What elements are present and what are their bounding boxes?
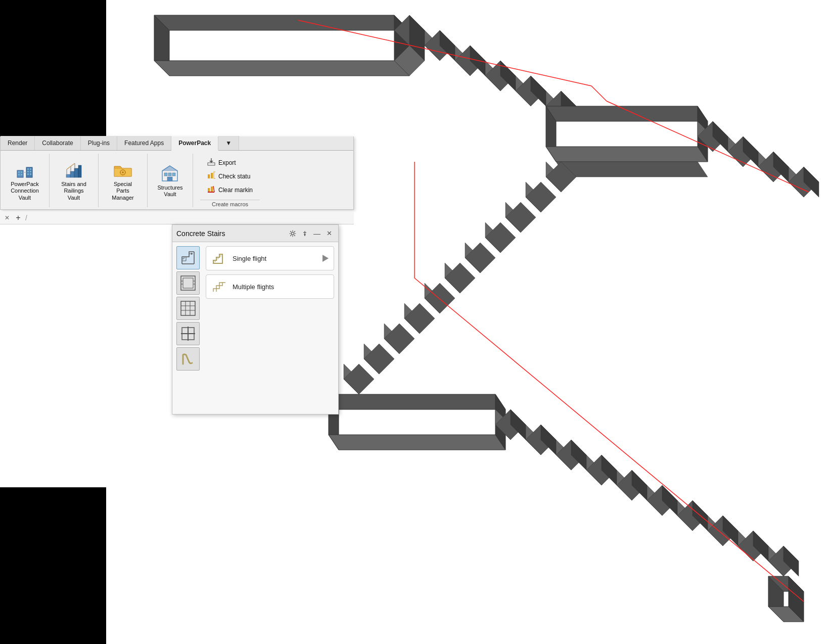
stairs-railings-icon: [64, 160, 84, 180]
svg-rect-106: [21, 171, 22, 173]
ribbon-group-items: PowerPackConnection Vault: [6, 154, 44, 207]
stairs-right-section: [698, 121, 819, 197]
special-parts-manager-button[interactable]: Special PartsManager: [104, 158, 142, 203]
pin-button[interactable]: [300, 228, 310, 239]
minimize-button[interactable]: —: [312, 228, 322, 239]
svg-rect-111: [30, 168, 31, 170]
svg-rect-137: [208, 163, 215, 165]
svg-marker-3: [154, 61, 409, 76]
multiple-flights-option[interactable]: Multiple flights: [206, 274, 334, 299]
stairs-panel-title: Concrete Stairs: [176, 229, 285, 238]
toolbar-close-button[interactable]: ✕: [3, 214, 11, 222]
tab-featured-apps[interactable]: Featured Apps: [117, 136, 171, 150]
ribbon-group-stairs: Stairs and RailingsVault: [50, 154, 99, 207]
svg-point-126: [122, 171, 124, 173]
stairs-panel-header: Concrete Stairs — ✕: [172, 225, 338, 242]
multiple-flights-label: Multiple flights: [233, 283, 274, 291]
railing-detail[interactable]: [176, 322, 200, 345]
minimize-icon: —: [313, 230, 320, 237]
tab-plugins[interactable]: Plug-ins: [81, 136, 117, 150]
svg-marker-132: [162, 166, 177, 171]
tab-expand[interactable]: ▼: [218, 136, 239, 150]
clear-marking-button[interactable]: Clear markin: [205, 184, 255, 196]
concrete-stairs-panel: Concrete Stairs — ✕: [172, 224, 339, 415]
svg-line-146: [213, 186, 214, 192]
svg-marker-0: [154, 15, 409, 30]
tab-collaborate[interactable]: Collaborate: [35, 136, 80, 150]
single-flight-label: Single flight: [233, 255, 266, 262]
check-status-icon: [207, 171, 215, 181]
close-panel-button[interactable]: ✕: [324, 228, 334, 239]
svg-rect-117: [66, 174, 70, 177]
svg-rect-143: [208, 188, 210, 192]
svg-rect-107: [18, 174, 20, 175]
stairs-railings-vault-button[interactable]: Stairs and RailingsVault: [55, 158, 93, 203]
stairs-lower-left: [344, 162, 708, 394]
svg-rect-105: [18, 171, 20, 173]
structures-vault-label: StructuresVault: [157, 185, 182, 198]
stairs-3d-background: [0, 0, 829, 644]
check-status-button[interactable]: Check statu: [205, 170, 255, 182]
svg-rect-115: [30, 173, 31, 175]
ribbon-content: PowerPackConnection Vault: [1, 151, 353, 209]
stairs-options-main: Single flight Multiple flights: [206, 246, 334, 410]
stair-plan-view-1[interactable]: [176, 246, 200, 269]
export-icon: [207, 158, 215, 167]
ribbon-group-special-parts: Special PartsManager: [99, 154, 148, 207]
clear-marking-label: Clear markin: [218, 187, 253, 194]
ribbon-group-items-special: Special PartsManager: [104, 154, 142, 207]
svg-marker-139: [209, 161, 213, 163]
black-corner-tl: [0, 0, 106, 147]
stairs-panel-body: Single flight Multiple flights: [172, 242, 338, 414]
export-button[interactable]: Export: [205, 157, 255, 168]
powerpack-connection-vault-button[interactable]: PowerPackConnection Vault: [6, 158, 44, 203]
svg-rect-118: [70, 171, 74, 177]
stair-plan-view-2[interactable]: [176, 271, 200, 295]
structures-vault-button[interactable]: StructuresVault: [154, 161, 186, 200]
ribbon-group-powerpack: PowerPackConnection Vault: [1, 154, 50, 207]
svg-rect-109: [26, 167, 32, 177]
settings-button[interactable]: [288, 228, 298, 239]
toolbar-divider: /: [25, 214, 27, 222]
stairs-sidebar: [176, 246, 203, 410]
stairs-railings-label: Stairs and RailingsVault: [58, 181, 90, 201]
export-label: Export: [218, 159, 236, 166]
check-status-label: Check statu: [218, 173, 250, 180]
svg-marker-173: [323, 255, 329, 262]
svg-rect-142: [214, 172, 215, 178]
svg-rect-110: [27, 168, 29, 170]
black-corner-bl: [0, 487, 106, 644]
stairs-bottom-section: [495, 409, 804, 622]
tab-powerpack[interactable]: PowerPack: [171, 136, 218, 151]
ribbon-group-side: Export Check statu: [193, 154, 265, 207]
powerpack-connection-label: PowerPackConnection Vault: [9, 181, 41, 201]
svg-rect-114: [27, 173, 29, 175]
single-flight-option[interactable]: Single flight: [206, 246, 334, 270]
svg-marker-150: [304, 234, 306, 236]
special-parts-label: Special PartsManager: [107, 181, 139, 201]
stair-part[interactable]: [176, 347, 200, 371]
svg-rect-113: [30, 171, 31, 172]
svg-marker-61: [329, 394, 505, 409]
tab-render[interactable]: Render: [1, 136, 35, 150]
svg-rect-108: [21, 174, 22, 175]
svg-rect-120: [78, 165, 81, 177]
ribbon-group-create-macros-label: Create macros: [200, 200, 260, 207]
single-flight-play[interactable]: [321, 254, 330, 262]
svg-rect-134: [168, 173, 171, 176]
ribbon-side-buttons: Export Check statu: [200, 154, 260, 199]
svg-marker-64: [329, 435, 505, 450]
svg-rect-160: [183, 278, 193, 288]
clear-marking-icon: [207, 185, 215, 195]
svg-rect-144: [211, 187, 213, 192]
special-parts-icon: [113, 160, 133, 180]
svg-marker-25: [546, 147, 708, 162]
powerpack-connection-icon: [15, 160, 35, 180]
svg-marker-157: [191, 253, 193, 255]
stair-railing-view[interactable]: [176, 297, 200, 320]
panel-header-icons: — ✕: [288, 228, 334, 239]
toolbar-add-button[interactable]: +: [13, 213, 23, 223]
svg-rect-136: [167, 177, 172, 181]
close-panel-icon: ✕: [327, 229, 332, 237]
svg-rect-140: [208, 174, 210, 178]
